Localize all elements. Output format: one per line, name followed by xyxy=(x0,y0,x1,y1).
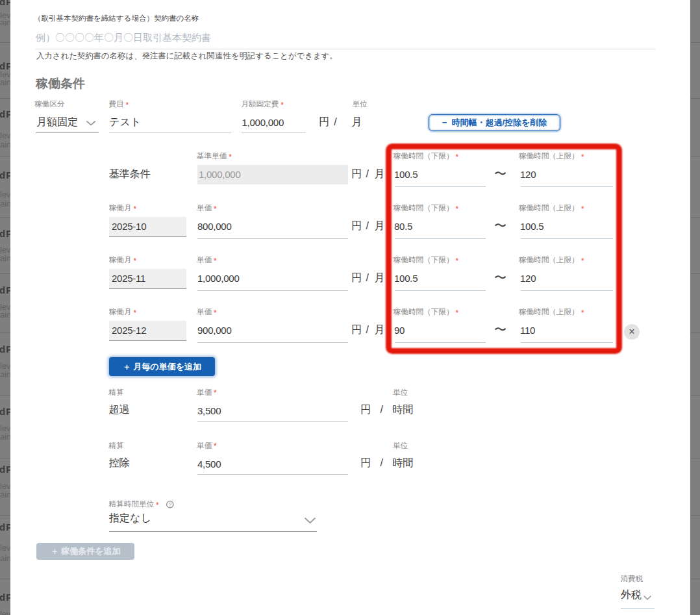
svg-text:?: ? xyxy=(169,502,172,508)
